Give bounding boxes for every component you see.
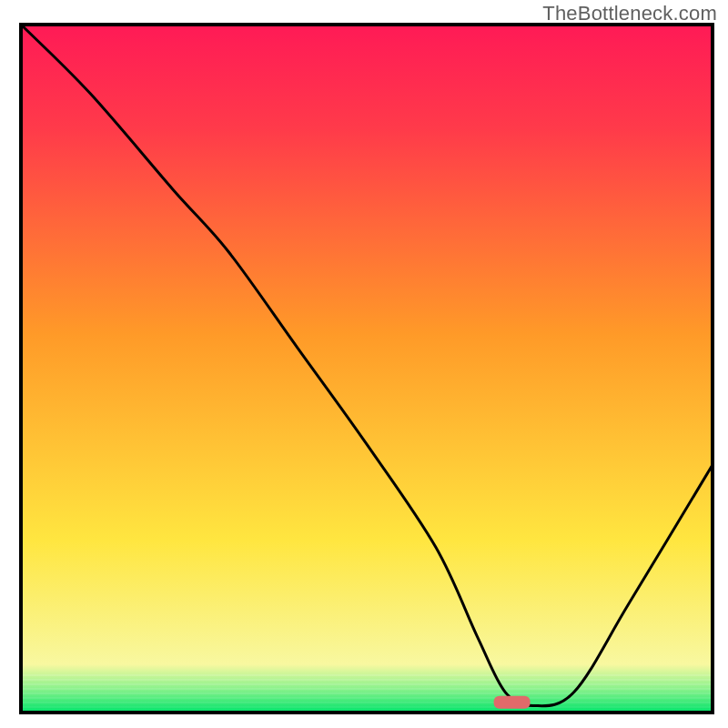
watermark-text: TheBottleneck.com <box>542 2 717 25</box>
chart-container: { "watermark": "TheBottleneck.com", "cha… <box>0 0 728 728</box>
optimal-point-marker <box>494 696 531 709</box>
bottleneck-chart <box>0 0 728 728</box>
gradient-background <box>21 25 713 713</box>
